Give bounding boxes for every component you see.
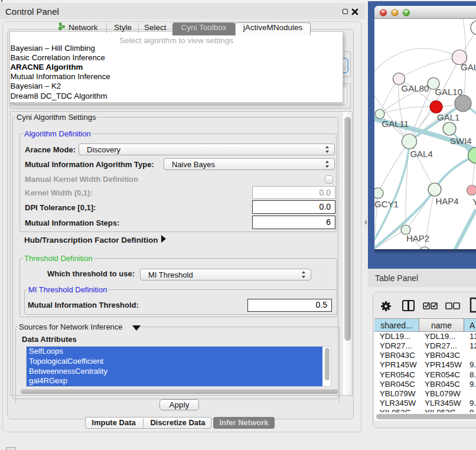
svg-text:GAL10: GAL10 — [435, 87, 462, 97]
svg-text:GCY1: GCY1 — [374, 199, 399, 209]
svg-text:GAL4: GAL4 — [410, 149, 432, 159]
svg-text:GAL11: GAL11 — [382, 119, 409, 129]
svg-text:HAP2: HAP2 — [406, 233, 429, 243]
svg-text:HAP4: HAP4 — [436, 196, 459, 206]
svg-text:GAL7: GAL7 — [461, 62, 476, 72]
svg-text:Y: Y — [472, 197, 476, 207]
svg-text:GAL80: GAL80 — [402, 83, 429, 93]
svg-text:GAL1: GAL1 — [437, 112, 459, 122]
svg-text:SWI4: SWI4 — [450, 136, 472, 146]
